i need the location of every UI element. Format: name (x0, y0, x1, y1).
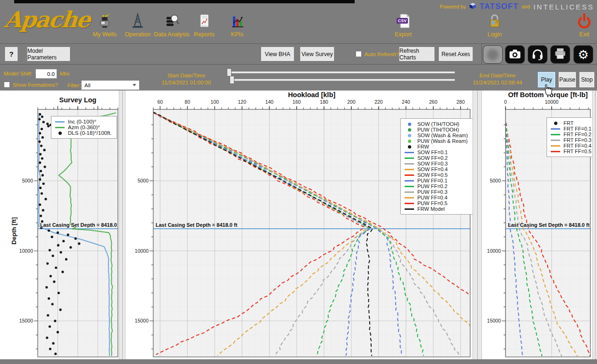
svg-text:140: 140 (265, 99, 274, 105)
splitter-hookload-torque[interactable] (473, 91, 482, 359)
legend-item: SOW (Wash & Ream) (405, 132, 468, 138)
end-datetime-label: End Date/Time (467, 73, 528, 78)
legend-item: SOW FF=0.3 (405, 161, 468, 166)
toolbar-separator (481, 44, 482, 65)
legend-item: FRT FF=0.2 (551, 132, 591, 137)
powered-by-text: Powered by (439, 4, 465, 9)
survey-legend: Inc (0-100)°Azm (0-360)°DLS (0-18)°/100f… (51, 116, 117, 139)
svg-text:10000: 10000 (487, 248, 501, 254)
svg-text:10000: 10000 (545, 99, 558, 105)
svg-text:240: 240 (402, 99, 410, 105)
legend-item: PUW FF=0.5 (405, 200, 468, 206)
splitter-survey-hookload[interactable] (119, 91, 125, 359)
svg-text:5000: 5000 (490, 178, 501, 183)
reset-axes-button[interactable]: Reset Axes (439, 47, 473, 61)
blurred-logo-button[interactable] (483, 45, 503, 64)
stop-button[interactable]: Stop (579, 72, 595, 88)
csv-icon: CSV (383, 12, 423, 30)
model-parameters-button[interactable]: Model Parameters (27, 47, 70, 61)
svg-text:0: 0 (504, 99, 507, 105)
legend-item: SOW FF=0.2 (405, 155, 468, 161)
nav-exit-label: Exit (564, 31, 597, 38)
torque-legend: FRTFRT FF=0.1FRT FF=0.2FRT FF=0.3FRT FF=… (547, 117, 597, 157)
filter-value: All (84, 83, 91, 88)
pause-button[interactable]: Pause (558, 72, 576, 88)
legend-item: PUW (Wash & Ream) (405, 138, 468, 144)
svg-text:220: 220 (374, 99, 383, 105)
legend-item: FRW (405, 144, 468, 149)
nav-exit[interactable]: Exit (564, 12, 597, 38)
apache-logo: Apache (3, 7, 91, 33)
screenshot-button[interactable] (505, 45, 525, 64)
toolbar: ? Model Parameters View BHA View Survey … (0, 43, 597, 65)
legend-item: FRT FF=0.5 (551, 149, 591, 154)
legend-item: PUW FF=0.3 (405, 189, 468, 195)
svg-text:Last Casing Set Depth = 8418.0: Last Casing Set Depth = 8418.0 (40, 222, 117, 228)
settings-button[interactable]: ⚙ (573, 45, 593, 64)
top-black-strip (14, 0, 355, 3)
nav-export[interactable]: CSV Export (383, 12, 423, 38)
support-button[interactable] (528, 45, 547, 64)
end-time-slider-handle[interactable] (230, 76, 234, 84)
svg-text:80: 80 (185, 99, 191, 105)
start-time-slider[interactable] (228, 71, 455, 74)
legend-item: FRT FF=0.3 (551, 137, 591, 143)
legend-item: PUW (TIH/TOOH) (405, 127, 468, 132)
powered-by-bar: Powered by TATSOFT and INTELLICESS (439, 2, 594, 11)
model-shift-input[interactable] (35, 69, 57, 79)
nav-login-label: Login (475, 31, 514, 38)
tatsoft-cube-icon (469, 2, 476, 11)
svg-text:200: 200 (347, 99, 356, 105)
help-button[interactable]: ? (5, 47, 18, 61)
svg-text:280: 280 (456, 99, 465, 105)
svg-text:15000: 15000 (487, 318, 501, 323)
svg-text:5000: 5000 (22, 178, 33, 183)
legend-item: SOW FF=0.1 (405, 149, 468, 155)
end-datetime-value: 11/24/2021 02:08:44 (462, 80, 533, 85)
legend-item: FRT FF=0.1 (551, 126, 591, 132)
headset-icon (531, 47, 545, 63)
charts-panel: Survey Log Hookload [klb] Off Bottom Tor… (0, 91, 597, 359)
svg-text:10000: 10000 (135, 248, 149, 254)
application-window: Apache My Wells Operation (0, 0, 597, 364)
start-time-slider-handle[interactable] (227, 68, 232, 76)
legend-item: FRT (551, 120, 591, 126)
legend-item: DLS (0-18)°/100ft. (55, 130, 112, 136)
view-bha-button[interactable]: View BHA (261, 47, 294, 61)
legend-item: PUW FF=0.4 (405, 195, 468, 200)
svg-text:260: 260 (429, 99, 438, 105)
controls-row: Model Shift: klbs Show Formations? Filte… (0, 65, 597, 91)
refresh-charts-button[interactable]: Refresh Charts (399, 47, 435, 61)
auto-refresh-checkbox[interactable] (356, 51, 362, 57)
padlock-icon (475, 12, 514, 30)
play-button[interactable]: Play (538, 72, 556, 88)
svg-text:CSV: CSV (398, 18, 407, 23)
nav-export-label: Export (383, 31, 423, 38)
svg-text:180: 180 (320, 99, 328, 105)
model-shift-unit: klbs (60, 71, 69, 76)
print-button[interactable] (550, 45, 570, 64)
filter-select[interactable]: All (81, 80, 140, 90)
auto-refresh-label: Auto Refresh? (365, 51, 399, 57)
printer-icon (553, 47, 567, 62)
tatsoft-logo-text: TATSOFT (480, 2, 519, 11)
nav-kpis[interactable]: KPIs (217, 12, 257, 38)
svg-text:60: 60 (158, 99, 163, 105)
camera-icon (508, 47, 522, 62)
svg-text:15000: 15000 (135, 318, 149, 323)
intellicess-logo-text: INTELLICESS (533, 3, 594, 11)
nav-kpis-label: KPIs (217, 31, 257, 38)
view-survey-button[interactable]: View Survey (300, 47, 334, 61)
show-formations-checkbox[interactable] (4, 82, 10, 88)
blurred-circle-icon (487, 49, 498, 60)
legend-item: PUW FF=0.1 (405, 178, 468, 183)
nav-login[interactable]: Login (475, 12, 514, 38)
power-icon (564, 12, 597, 30)
legend-item: SOW FF=0.4 (405, 166, 468, 172)
legend-item: SOW (TIH/TOOH) (405, 121, 468, 127)
svg-text:5000: 5000 (138, 178, 149, 183)
end-time-slider[interactable] (231, 79, 455, 81)
bottom-strip (0, 359, 597, 364)
legend-item: FRW Model (405, 206, 468, 212)
hookload-legend: SOW (TIH/TOOH)PUW (TIH/TOOH)SOW (Wash & … (400, 118, 473, 215)
